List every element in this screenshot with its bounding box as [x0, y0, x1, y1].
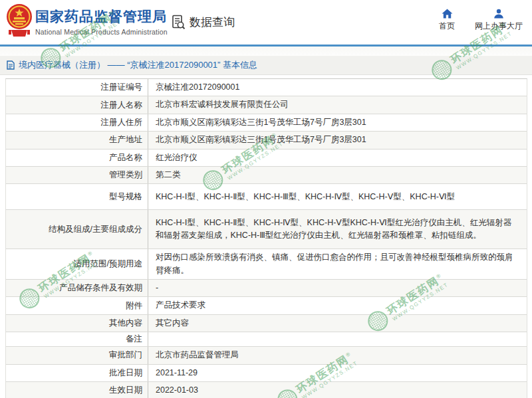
row-label: 结构及组成/主要组成成分: [6, 210, 148, 249]
row-label-text: 附件: [126, 300, 142, 312]
row-label: 产品名称: [6, 149, 148, 166]
row-value-text: 北京市顺义区南彩镇彩达三街1号茂华工场7号厂房3层301: [156, 134, 366, 146]
row-label-text: 注册人住所: [101, 117, 143, 128]
row-value-text: -: [156, 282, 158, 294]
data-query-module[interactable]: 数据查询: [170, 14, 235, 30]
row-label-text: 审批部门: [109, 349, 142, 361]
header-gap: [0, 47, 532, 56]
row-label: 管理类别: [6, 167, 148, 183]
row-value: -: [148, 280, 527, 296]
row-value: 北京市药品监督管理局: [148, 347, 527, 363]
row-label: 注册人名称: [6, 96, 148, 113]
row-value-text: 京械注准20172090001: [156, 81, 239, 94]
table-row: 注册人住所北京市顺义区南彩镇彩达三街1号茂华工场7号厂房3层301: [6, 114, 527, 132]
row-label-text: 适用范围/预期用途: [74, 258, 142, 270]
row-value: 2021-11-29: [148, 365, 527, 381]
table-row: 产品名称红光治疗仪: [6, 149, 527, 167]
row-label: 生效日期: [6, 382, 148, 398]
row-label-text: 注册人名称: [101, 100, 143, 111]
row-label-text: 注册证编号: [101, 82, 143, 93]
row-label-text: 其他内容: [109, 318, 142, 329]
row-label-text: 产品名称: [109, 152, 142, 163]
table-row: 生产地址北京市顺义区南彩镇彩达三街1号茂华工场7号厂房3层301: [6, 132, 527, 149]
breadcrumb-text: 境内医疗器械（注册） —— “京械注准20172090001” 基本信息: [19, 59, 257, 71]
row-value: 2022-01-03: [148, 382, 527, 398]
row-label: 产品储存条件及有效期: [6, 280, 148, 296]
row-label-text: 批准日期: [109, 367, 142, 379]
agency-brand: 国家药品监督管理局 National Medical Products Admi…: [35, 7, 168, 36]
row-value: KHC-H-Ⅰ型、KHC-H-Ⅱ型、KHC-H-Ⅲ型、KHC-H-Ⅳ型、KHC-…: [148, 184, 527, 209]
row-label-text: 产品储存条件及有效期: [59, 282, 142, 294]
row-label: 批准日期: [6, 365, 148, 381]
nav-hall-label: 网上办事大厅: [475, 21, 523, 32]
row-value: KHC-H-Ⅰ型、KHC-H-Ⅱ型、KHC-H-Ⅳ型、KHC-H-Ⅴ型KHC-H…: [148, 210, 527, 249]
row-value-text: 红光治疗仪: [156, 151, 198, 164]
row-value-text: 北京市科宏诚科技发展有限责任公司: [156, 98, 289, 111]
row-value-text: 其它内容: [156, 317, 189, 330]
table-row: 注册证编号京械注准20172090001: [6, 79, 527, 96]
row-value-text: 2022-01-03: [156, 384, 198, 397]
table-row: 其他内容其它内容: [6, 315, 527, 332]
row-value: [148, 332, 527, 346]
table-row: 结构及组成/主要组成成分KHC-H-Ⅰ型、KHC-H-Ⅱ型、KHC-H-Ⅳ型、K…: [6, 210, 527, 249]
table-row: 批准日期2021-11-29: [6, 365, 527, 382]
table-row: 备注: [6, 332, 527, 347]
row-label: 生产地址: [6, 132, 148, 148]
table-row: 审批部门北京市药品监督管理局: [6, 347, 527, 364]
row-label: 审批部门: [6, 347, 148, 363]
data-query-icon: [170, 14, 186, 30]
row-label: 备注: [6, 332, 148, 346]
row-value-text: 对因伤口感染所致溃疡有消炎、镇痛、促进伤口愈合的作用；且可改善神经根型颈椎病所致…: [156, 251, 519, 277]
row-label-text: 管理类别: [109, 169, 142, 181]
module-title: 数据查询: [190, 15, 235, 30]
row-label-text: 型号规格: [109, 191, 142, 203]
table-row: 产品储存条件及有效期-: [6, 280, 527, 297]
row-value: 其它内容: [148, 315, 527, 332]
site-header: 国家药品监督管理局 National Medical Products Admi…: [0, 0, 532, 45]
table-row: 生效日期2022-01-03: [6, 382, 527, 398]
nav-home[interactable]: 首页: [439, 9, 455, 32]
row-value-text: 2021-11-29: [156, 367, 198, 379]
national-emblem-icon: [6, 3, 33, 42]
row-value: 京械注准20172090001: [148, 79, 527, 96]
row-label: 其他内容: [6, 315, 148, 332]
nav-service-hall[interactable]: 网上办事大厅: [475, 9, 523, 32]
row-value: 红光治疗仪: [148, 149, 527, 166]
row-value: 第二类: [148, 167, 527, 183]
row-value: 产品技术要求: [148, 297, 527, 314]
top-nav: 首页 网上办事大厅: [439, 9, 523, 32]
row-label: 型号规格: [6, 184, 148, 209]
row-label-text: 备注: [126, 334, 142, 345]
row-label-text: 生产地址: [109, 134, 142, 146]
table-row: 注册人名称北京市科宏诚科技发展有限责任公司: [6, 96, 527, 114]
row-label: 附件: [6, 297, 148, 314]
registration-table: 注册证编号京械注准20172090001注册人名称北京市科宏诚科技发展有限责任公…: [5, 78, 527, 398]
row-value-text: 北京市药品监督管理局: [156, 349, 239, 361]
document-icon: [7, 60, 15, 70]
row-label-text: 生效日期: [109, 385, 142, 396]
row-value: 北京市顺义区南彩镇彩达三街1号茂华工场7号厂房3层301: [148, 132, 527, 148]
home-icon: [442, 9, 453, 19]
agency-title: 国家药品监督管理局: [35, 7, 168, 26]
person-icon: [493, 9, 504, 19]
row-label: 注册人住所: [6, 114, 148, 131]
table-row: 附件产品技术要求: [6, 297, 527, 314]
table-row: 适用范围/预期用途对因伤口感染所致溃疡有消炎、镇痛、促进伤口愈合的作用；且可改善…: [6, 249, 527, 280]
table-row: 管理类别第二类: [6, 167, 527, 184]
row-value: 北京市顺义区南彩镇彩达三街1号茂华工场7号厂房3层301: [148, 114, 527, 131]
row-label: 适用范围/预期用途: [6, 249, 148, 279]
nav-home-label: 首页: [439, 21, 455, 32]
row-value: 对因伤口感染所致溃疡有消炎、镇痛、促进伤口愈合的作用；且可改善神经根型颈椎病所致…: [148, 249, 527, 279]
table-row: 型号规格KHC-H-Ⅰ型、KHC-H-Ⅱ型、KHC-H-Ⅲ型、KHC-H-Ⅳ型、…: [6, 184, 527, 210]
row-value-text: 第二类: [156, 169, 181, 181]
row-value-text: 产品技术要求: [156, 299, 205, 312]
row-value: 北京市科宏诚科技发展有限责任公司: [148, 96, 527, 113]
row-label-text: 结构及组成/主要组成成分: [49, 224, 142, 235]
breadcrumb: 境内医疗器械（注册） —— “京械注准20172090001” 基本信息: [0, 56, 532, 75]
agency-subtitle: National Medical Products Administration: [35, 28, 168, 36]
row-value-text: KHC-H-Ⅰ型、KHC-H-Ⅱ型、KHC-H-Ⅲ型、KHC-H-Ⅳ型、KHC-…: [156, 191, 455, 203]
row-label: 注册证编号: [6, 79, 148, 96]
row-value-text: KHC-H-Ⅰ型、KHC-H-Ⅱ型、KHC-H-Ⅳ型、KHC-H-Ⅴ型KHC-H…: [156, 217, 519, 243]
row-value-text: 北京市顺义区南彩镇彩达三街1号茂华工场7号厂房3层301: [156, 116, 366, 129]
